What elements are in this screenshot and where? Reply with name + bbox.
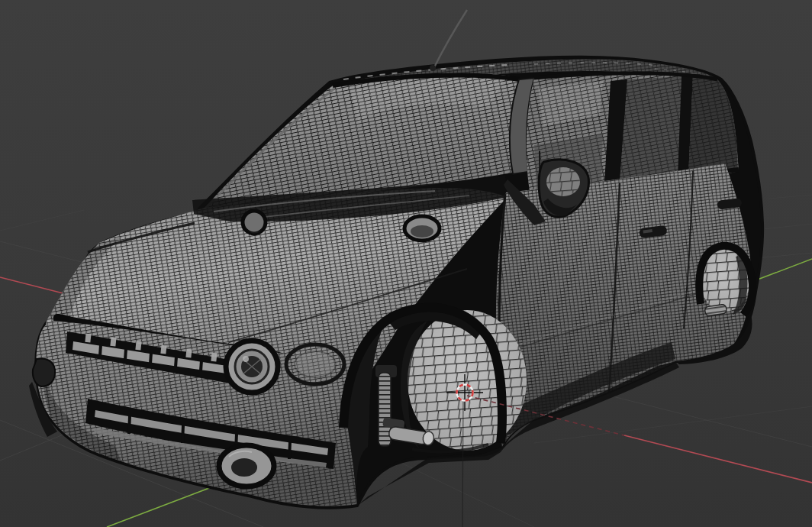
viewport-canvas	[0, 0, 812, 527]
main-headlamp	[226, 341, 278, 393]
upper-headlight-right	[404, 216, 440, 241]
3d-viewport[interactable]	[0, 0, 812, 527]
fog-lamp	[219, 445, 274, 487]
upper-headlight-left	[243, 211, 266, 234]
rear-door-window	[620, 76, 682, 182]
